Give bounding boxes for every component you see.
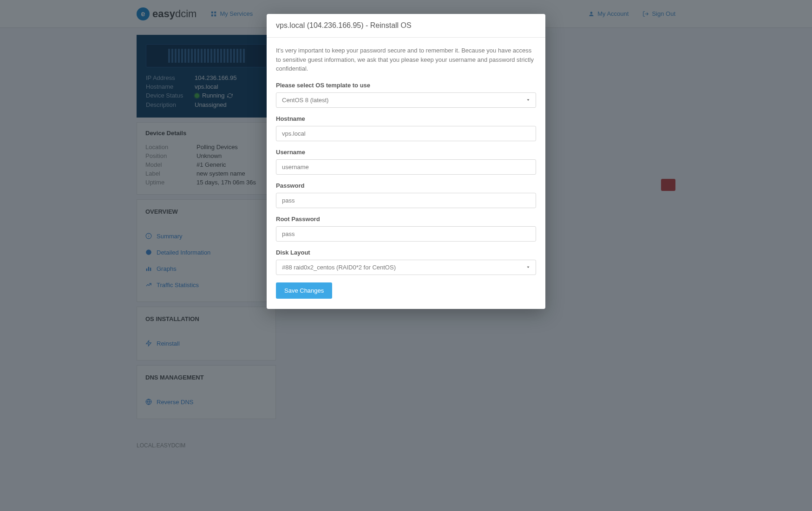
label-username-field: Username bbox=[276, 149, 536, 156]
root-password-input[interactable] bbox=[276, 226, 536, 242]
username-input[interactable] bbox=[276, 159, 536, 175]
hostname-input[interactable] bbox=[276, 126, 536, 141]
modal-overlay[interactable]: vps.local (104.236.166.95) - Reinstall O… bbox=[0, 0, 812, 511]
label-os-template: Please select OS template to use bbox=[276, 82, 536, 89]
password-input[interactable] bbox=[276, 193, 536, 208]
label-disk-layout: Disk Layout bbox=[276, 249, 536, 256]
disk-layout-select[interactable]: #88 raid0x2_centos (RAID0*2 for CentOS) bbox=[276, 260, 536, 275]
label-password-field: Password bbox=[276, 182, 536, 189]
modal-title: vps.local (104.236.166.95) - Reinstall O… bbox=[267, 14, 545, 38]
modal-description: It's very important to keep your passwor… bbox=[276, 46, 536, 73]
label-root-password-field: Root Password bbox=[276, 216, 536, 223]
os-template-select[interactable]: CentOS 8 (latest) bbox=[276, 92, 536, 108]
reinstall-modal: vps.local (104.236.166.95) - Reinstall O… bbox=[267, 14, 545, 309]
label-hostname-field: Hostname bbox=[276, 115, 536, 122]
save-changes-button[interactable]: Save Changes bbox=[276, 282, 332, 299]
